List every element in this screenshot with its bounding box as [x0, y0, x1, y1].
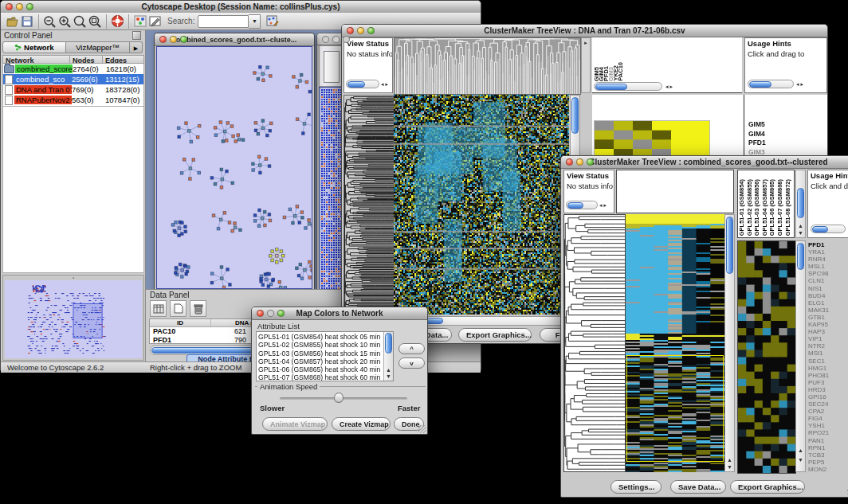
scroll-up-arrow[interactable]: ▲ [384, 367, 393, 373]
gene-label[interactable]: MSI1 [808, 350, 848, 357]
scroll-arrows[interactable]: ◂ ▸ [381, 81, 388, 88]
gene-label[interactable]: HMG1 [808, 365, 848, 372]
select-attributes-icon[interactable] [150, 300, 167, 317]
tv2-row-dendrogram[interactable] [564, 215, 625, 471]
network-row[interactable]: DNA and Tran 07769(0)183728(0) [3, 84, 143, 95]
zoom-in-icon[interactable] [57, 14, 73, 29]
tab-network[interactable]: Network [2, 41, 66, 53]
gene-label[interactable]: PHO81 [808, 372, 848, 379]
move-up-button[interactable]: ^ [398, 343, 425, 354]
gene-label[interactable]: HRD3 [808, 386, 848, 393]
attribute-list-item[interactable]: GPL51-01 (GSM854) heat shock 05 min [258, 333, 383, 341]
vizmapper-icon[interactable] [132, 14, 147, 29]
treeview1-titlebar[interactable]: ClusterMaker TreeView : DNA and Tran 07-… [342, 25, 827, 37]
close-icon[interactable] [159, 36, 167, 43]
gene-label[interactable]: YRA1 [808, 248, 848, 256]
scroll-arrows[interactable]: ◂ ▸ [796, 81, 803, 88]
vscroll-thumb[interactable] [385, 333, 392, 354]
minimize-icon[interactable] [332, 36, 340, 43]
gene-label[interactable]: SEC24 [808, 400, 848, 408]
dialog-button-create-vizmap[interactable]: Create Vizmap [332, 417, 391, 431]
gene-label[interactable]: MAK31 [808, 307, 848, 314]
tv1-status-scrollbar[interactable] [346, 80, 379, 88]
zoom-window-icon[interactable] [587, 158, 594, 166]
delete-attribute-icon[interactable] [190, 300, 206, 317]
gene-label[interactable]: CLN1 [808, 277, 848, 284]
col-nodes[interactable]: Nodes [70, 55, 103, 64]
network-row[interactable]: RNAPuberNov2+563(0)107847(0) [3, 95, 143, 105]
resize-grip[interactable] [418, 425, 426, 433]
gene-label[interactable]: NIS1 [808, 285, 848, 292]
gene-label[interactable]: MON2 [808, 466, 848, 473]
speed-slider-track[interactable] [280, 397, 407, 400]
open-session-icon[interactable] [5, 14, 20, 29]
search-dropdown-button[interactable]: ▼ [249, 14, 261, 29]
zoom-window-icon[interactable] [26, 3, 33, 10]
scroll-down-arrow[interactable]: ▼ [796, 230, 805, 236]
gene-label[interactable]: RPO21 [808, 429, 848, 436]
gene-label[interactable]: YSH1 [808, 422, 848, 429]
tv1-heatmap-canvas[interactable] [394, 95, 569, 315]
gene-label[interactable]: PUF3 [808, 379, 848, 386]
gene-label[interactable]: RPN1 [808, 444, 848, 451]
zoom-window-icon[interactable] [367, 27, 375, 34]
network-edit-icon[interactable] [265, 14, 280, 29]
tab-overflow-button[interactable]: ▶ [130, 41, 143, 53]
dialog-button-animate-vizmap[interactable]: Animate Vizmap [262, 417, 328, 431]
scroll-arrows[interactable]: ◂ ▸ [599, 202, 607, 209]
vscroll-thumb[interactable] [571, 97, 579, 134]
scroll-down-arrow[interactable]: ▼ [796, 457, 805, 463]
minimize-icon[interactable] [357, 27, 364, 34]
close-icon[interactable] [257, 310, 264, 317]
tv2-genelist-vscroll[interactable]: ▲ ▼ [795, 240, 806, 472]
zoom-selected-icon[interactable] [73, 14, 88, 29]
network-view-titlebar[interactable]: combined_scores_good.txt--cluste... [155, 33, 314, 46]
close-icon[interactable] [6, 3, 13, 10]
tv1-hints-scrollbar[interactable] [748, 80, 794, 88]
tab-vizmapper[interactable]: VizMapper™ [66, 41, 130, 53]
zoom-fit-icon[interactable] [88, 14, 103, 29]
float-panel-icon[interactable] [132, 31, 141, 40]
col-edges[interactable]: Edges [103, 55, 144, 64]
tv2-hints-scrollbar[interactable] [811, 225, 846, 233]
tv2-heatmap-canvas[interactable] [626, 214, 724, 472]
main-titlebar[interactable]: Cytoscape Desktop (Session Name: collins… [1, 1, 481, 14]
zoom-window-icon[interactable] [343, 36, 350, 43]
gene-label[interactable]: CPA2 [808, 408, 848, 415]
save-session-icon[interactable] [20, 14, 35, 29]
id-column-header[interactable]: ID [150, 319, 211, 326]
scroll-down-arrow[interactable]: ▼ [384, 373, 393, 380]
tv2-heatmap-vscroll[interactable]: ▲ ▼ [724, 214, 735, 472]
vscroll-thumb[interactable] [726, 217, 733, 274]
attribute-list-item[interactable]: GPL51-04 (GSM857) heat shock 20 min [258, 357, 383, 365]
tv2-status-scrollbar[interactable] [566, 201, 598, 209]
gene-label[interactable]: HAP3 [808, 328, 848, 335]
attribute-list-item[interactable]: GPL51-06 (GSM865) heat shock 40 min [258, 365, 383, 373]
close-icon[interactable] [322, 36, 329, 43]
vscroll-thumb[interactable] [797, 188, 804, 218]
speed-slider-thumb[interactable] [334, 393, 344, 403]
close-icon[interactable] [566, 158, 573, 166]
gene-label[interactable]: PAN1 [808, 437, 848, 444]
scroll-up-arrow[interactable]: ▲ [796, 447, 805, 454]
zoom-window-icon[interactable] [180, 36, 187, 43]
tv1-splitter[interactable]: ▸ [581, 37, 591, 93]
gene-label[interactable]: RNR4 [808, 256, 848, 263]
network-canvas[interactable] [156, 46, 312, 289]
gene-label[interactable]: BUD4 [808, 292, 848, 299]
gene-label[interactable]: NTR2 [808, 342, 848, 350]
attribute-list-item[interactable]: GPL51-03 (GSM856) heat shock 15 min [258, 350, 383, 357]
scroll-down-arrow[interactable]: ▼ [725, 464, 734, 471]
move-down-button[interactable]: v [398, 357, 425, 369]
gene-label[interactable]: KAP95 [808, 321, 848, 328]
tv1-button-export-graphics-[interactable]: Export Graphics... [458, 328, 532, 342]
col-network[interactable]: Network [2, 55, 70, 64]
minimize-icon[interactable] [170, 36, 177, 43]
annotation-icon[interactable] [147, 14, 163, 29]
gene-label[interactable]: PEP5 [808, 459, 848, 466]
minimize-icon[interactable] [576, 158, 583, 166]
dialog-titlebar[interactable]: Map Colors to Network [252, 307, 427, 320]
tv2-button-export-graphics-[interactable]: Export Graphics... [730, 480, 805, 494]
help-lifering-icon[interactable] [110, 14, 125, 29]
zoom-window-icon[interactable] [277, 310, 285, 317]
